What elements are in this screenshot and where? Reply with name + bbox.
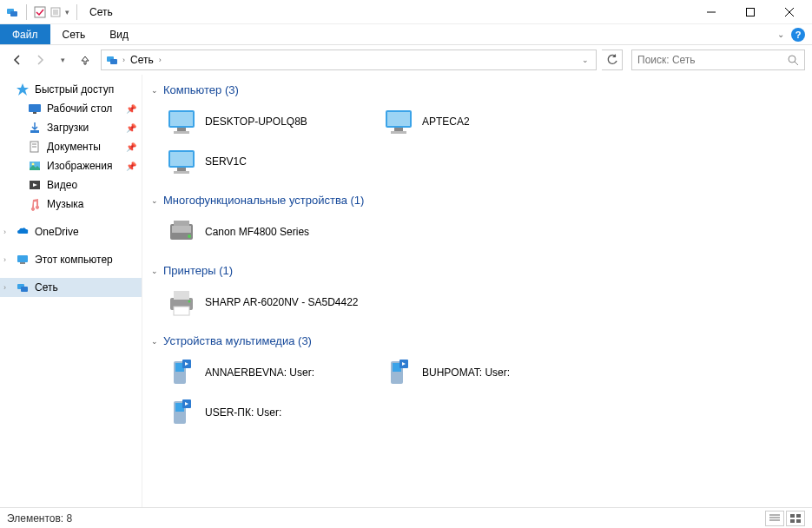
svg-rect-35: [391, 131, 406, 134]
svg-rect-45: [174, 291, 189, 300]
downloads-icon: [28, 121, 42, 135]
back-button[interactable]: [7, 50, 28, 70]
close-button[interactable]: [769, 0, 809, 24]
ribbon: Файл Сеть Вид ⌄ ?: [0, 24, 812, 45]
sidebar-label: Документы: [47, 141, 101, 153]
svg-rect-63: [796, 519, 801, 523]
svg-rect-27: [21, 287, 28, 292]
sidebar-network[interactable]: › Сеть: [0, 278, 142, 297]
network-item[interactable]: SERV1C: [162, 142, 379, 182]
svg-rect-41: [172, 226, 191, 233]
svg-rect-42: [174, 221, 189, 226]
network-item[interactable]: APTECA2: [379, 102, 596, 142]
pin-icon: 📌: [126, 123, 136, 133]
sidebar-item-documents[interactable]: Документы 📌: [0, 137, 142, 156]
sidebar-item-desktop[interactable]: Рабочий стол 📌: [0, 99, 142, 118]
address-bar[interactable]: › Сеть › ⌄: [101, 50, 597, 70]
sidebar-onedrive[interactable]: › OneDrive: [0, 222, 142, 241]
view-icons-button[interactable]: [786, 511, 805, 526]
music-icon: [28, 197, 42, 211]
pin-icon: 📌: [126, 142, 136, 152]
ribbon-tab-file[interactable]: Файл: [0, 24, 50, 44]
group-header[interactable]: ⌄Многофункциональные устройства (1): [151, 190, 803, 212]
computer-icon: [382, 105, 415, 138]
network-item[interactable]: DESKTOP-UPOLQ8B: [162, 102, 379, 142]
statusbar: Элементов: 8: [0, 507, 812, 528]
chevron-down-icon: ⌄: [151, 337, 158, 346]
svg-rect-15: [29, 104, 41, 112]
sidebar-label: OneDrive: [35, 226, 79, 238]
svg-rect-31: [174, 131, 189, 134]
media-icon: [382, 356, 415, 389]
forward-button[interactable]: [30, 50, 50, 70]
svg-rect-60: [790, 514, 795, 518]
svg-rect-12: [110, 59, 117, 64]
sidebar-item-downloads[interactable]: Загрузки 📌: [0, 118, 142, 137]
minimize-button[interactable]: [691, 0, 730, 24]
svg-rect-25: [20, 262, 25, 264]
expand-icon[interactable]: ›: [3, 255, 6, 264]
help-icon[interactable]: ?: [791, 28, 805, 42]
maximize-button[interactable]: [730, 0, 769, 24]
qat-properties-icon[interactable]: [50, 6, 62, 18]
svg-rect-33: [387, 112, 410, 126]
svg-rect-17: [30, 130, 39, 133]
crumb-sep-icon[interactable]: ›: [159, 56, 162, 64]
ribbon-tab-network[interactable]: Сеть: [50, 24, 98, 44]
ribbon-tab-view[interactable]: Вид: [97, 24, 141, 44]
sidebar-item-videos[interactable]: Видео: [0, 175, 142, 195]
sidebar-label: Видео: [47, 179, 77, 191]
view-details-button[interactable]: [765, 511, 784, 526]
up-button[interactable]: [75, 50, 96, 70]
svg-rect-30: [177, 128, 186, 131]
item-label: DESKTOP-UPOLQ8B: [205, 116, 307, 128]
svg-rect-39: [174, 171, 189, 174]
recent-dropdown-icon[interactable]: ▾: [52, 50, 73, 70]
sidebar-item-pictures[interactable]: Изображения 📌: [0, 156, 142, 175]
group-header[interactable]: ⌄Компьютер (3): [151, 80, 803, 102]
navbar: ▾ › Сеть › ⌄: [0, 45, 812, 75]
svg-rect-29: [170, 112, 193, 126]
ribbon-expand-icon[interactable]: ⌄: [777, 30, 784, 39]
separator: [26, 4, 27, 20]
sidebar-label: Рабочий стол: [47, 102, 112, 115]
item-label: SHARP AR-6020NV - SA5D4422: [205, 296, 359, 308]
group-title: Принтеры (1): [163, 264, 233, 277]
qat-dropdown-icon[interactable]: ▾: [65, 8, 69, 16]
network-item[interactable]: ANNAERBEVNA: User:: [162, 353, 379, 393]
qat-checkbox-icon[interactable]: [34, 6, 46, 18]
search-input[interactable]: [637, 54, 787, 66]
network-icon: [16, 280, 30, 294]
star-icon: [16, 82, 30, 96]
search-icon[interactable]: [787, 54, 799, 66]
titlebar: ▾ Сеть: [0, 0, 812, 24]
breadcrumb-item[interactable]: Сеть: [129, 54, 155, 66]
group-title: Устройства мультимедиа (3): [163, 334, 312, 347]
pin-icon: 📌: [126, 104, 136, 114]
network-item[interactable]: SHARP AR-6020NV - SA5D4422: [162, 282, 379, 322]
svg-rect-34: [394, 128, 403, 131]
sidebar: Быстрый доступ Рабочий стол 📌 Загрузки 📌…: [0, 75, 142, 507]
sidebar-item-music[interactable]: Музыка: [0, 195, 142, 214]
computer-icon: [165, 105, 198, 138]
chevron-down-icon: ⌄: [151, 86, 158, 95]
expand-icon[interactable]: ›: [3, 283, 6, 292]
address-dropdown-icon[interactable]: ⌄: [578, 56, 592, 64]
expand-icon[interactable]: ›: [3, 228, 6, 236]
sidebar-quick-access[interactable]: Быстрый доступ: [0, 80, 142, 99]
sidebar-this-pc[interactable]: › Этот компьютер: [0, 250, 142, 269]
chevron-down-icon: ⌄: [151, 267, 158, 275]
search-box[interactable]: [631, 50, 805, 70]
refresh-button[interactable]: [602, 50, 623, 70]
item-label: SERV1C: [205, 155, 247, 168]
crumb-sep-icon[interactable]: ›: [122, 56, 125, 64]
item-label: BUHPOMAT: User:: [422, 366, 510, 379]
network-item[interactable]: USER-ПК: User:: [162, 393, 379, 432]
network-item[interactable]: Canon MF4800 Series: [162, 212, 379, 252]
svg-rect-2: [35, 7, 45, 17]
group-title: Многофункциональные устройства (1): [163, 194, 364, 207]
group-header[interactable]: ⌄Устройства мультимедиа (3): [151, 331, 803, 353]
network-item[interactable]: BUHPOMAT: User:: [379, 353, 596, 393]
sidebar-label: Этот компьютер: [35, 254, 113, 266]
group-header[interactable]: ⌄Принтеры (1): [151, 261, 803, 282]
